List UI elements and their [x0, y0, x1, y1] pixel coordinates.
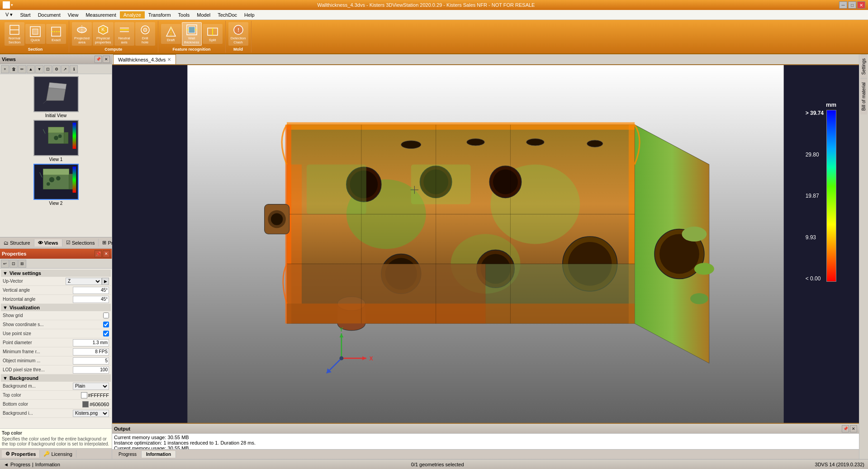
views-panel: Views 📌 ✕ + 🗑 ✏ ▲ ▼ ⊡ ⚙ ↗ ℹ: [0, 54, 112, 249]
tab-structure[interactable]: 🗂 Structure: [0, 239, 34, 246]
neutral-axis-icon: [118, 24, 131, 36]
neutral-axis-label: Neutralaxis: [119, 37, 130, 45]
views-panel-pin[interactable]: 📌: [95, 56, 102, 63]
view-thumb-2: [33, 164, 79, 200]
view-item-1[interactable]: View 1: [2, 120, 110, 162]
prop-use-point-size-checkbox[interactable]: [103, 331, 109, 336]
prop-show-grid-checkbox[interactable]: [103, 313, 109, 318]
maximize-button[interactable]: □: [848, 1, 856, 9]
prop-min-frame-input[interactable]: [73, 348, 109, 355]
prop-point-diameter-input[interactable]: [73, 339, 109, 346]
section-bg-collapse-icon: ▼: [3, 375, 8, 381]
tab-selections[interactable]: ☑ Selections: [62, 239, 99, 246]
props-reset-button[interactable]: ↩: [1, 260, 9, 268]
prop-horizontal-angle-input[interactable]: [73, 296, 109, 303]
menubar-item-view[interactable]: View: [64, 11, 82, 19]
views-copy-button[interactable]: ⊡: [44, 65, 52, 73]
viewport-3d[interactable]: X Y mm > 39.74 29.80 19.87 9.93: [112, 65, 859, 423]
quick-button[interactable]: Quick: [25, 24, 45, 44]
tab-licensing-bottom[interactable]: 🔑 Licensing: [40, 450, 76, 458]
view-item-initial[interactable]: Initial View: [2, 76, 110, 118]
draft-icon: [165, 25, 177, 38]
menubar-item-tools[interactable]: Tools: [175, 11, 194, 19]
svg-point-99: [526, 139, 545, 146]
prop-lod-pixel-input[interactable]: [73, 366, 109, 374]
views-export-button[interactable]: ↗: [61, 65, 69, 73]
menubar-item-measurement[interactable]: Measurement: [82, 11, 119, 19]
tab-wallthickness-close[interactable]: ✕: [167, 57, 171, 62]
prop-obj-minimum-input[interactable]: [73, 357, 109, 365]
props-panel-close[interactable]: ✕: [103, 250, 110, 257]
tab-views[interactable]: 👁 Views: [34, 239, 62, 246]
views-delete-button[interactable]: 🗑: [9, 65, 18, 73]
physical-props-button[interactable]: K Physicalproperties: [93, 22, 114, 46]
prop-up-vector-select[interactable]: Z: [66, 278, 102, 285]
projected-area-button[interactable]: Projectedarea: [72, 22, 92, 46]
views-panel-close[interactable]: ✕: [103, 56, 110, 63]
menubar: V ▾StartDocumentViewMeasurementAnalyzeTr…: [0, 10, 868, 20]
structure-label: Structure: [10, 240, 30, 246]
properties-tab-icon: ⚙: [5, 451, 10, 457]
wall-thickness-icon: [185, 24, 198, 36]
menubar-item-start[interactable]: Start: [16, 11, 34, 19]
tab-wallthickness[interactable]: Wallthickness_4.3dvs ✕: [113, 54, 176, 64]
prop-top-color-value: #FFFFFF: [88, 393, 109, 398]
props-paste-button[interactable]: ⊞: [18, 260, 26, 268]
svg-point-41: [49, 177, 54, 182]
output-panel-close[interactable]: ✕: [850, 425, 857, 432]
titlebar-controls: ─ □ ✕: [839, 1, 865, 9]
settings-panel-tab[interactable]: Settings: [860, 54, 867, 78]
drill-hole-icon: [139, 24, 152, 36]
menubar-item-version[interactable]: V ▾: [2, 11, 16, 19]
props-panel-pin[interactable]: 📌: [95, 250, 102, 257]
draft-button[interactable]: Draft: [161, 24, 181, 44]
normal-section-button[interactable]: NormalSection: [5, 22, 24, 46]
detection-clash-button[interactable]: ! DetectionClash: [228, 22, 248, 46]
minimize-button[interactable]: ─: [839, 1, 847, 9]
svg-rect-33: [54, 136, 58, 140]
views-edit-button[interactable]: ✏: [18, 65, 26, 73]
menubar-item-transform[interactable]: Transform: [145, 11, 175, 19]
neutral-axis-button[interactable]: Neutralaxis: [114, 22, 134, 46]
bom-panel-tab[interactable]: Bill of material: [860, 78, 867, 114]
status-separator: |: [32, 462, 33, 467]
prop-bg-mode-select[interactable]: Plain: [73, 383, 109, 390]
views-settings-button[interactable]: ⚙: [52, 65, 61, 73]
prop-section-visualization[interactable]: ▼ Visualization: [1, 304, 111, 311]
menubar-item-analyze[interactable]: Analyze: [120, 11, 145, 19]
draft-label: Draft: [167, 38, 175, 43]
prop-section-view[interactable]: ▼ View settings: [1, 270, 111, 277]
views-up-button[interactable]: ▲: [27, 65, 35, 73]
svg-text:X: X: [369, 355, 373, 362]
prop-section-background[interactable]: ▼ Background: [1, 374, 111, 382]
menubar-item-techdoc[interactable]: TechDoc: [214, 11, 241, 19]
prop-show-coordinate-checkbox[interactable]: [103, 322, 109, 327]
views-new-button[interactable]: +: [1, 65, 9, 73]
menubar-item-help[interactable]: Help: [241, 11, 258, 19]
section-buttons: NormalSection Quick Exac: [5, 22, 66, 46]
prop-bottom-color-swatch: [82, 401, 89, 407]
drill-hole-button[interactable]: Drillhole: [135, 22, 155, 46]
prop-vertical-angle-input[interactable]: [73, 287, 109, 294]
selections-label: Selections: [72, 240, 95, 246]
props-copy-button[interactable]: ⊡: [9, 260, 18, 268]
prop-bg-image-select[interactable]: Kisters.png: [73, 410, 109, 417]
menubar-item-model[interactable]: Model: [193, 11, 214, 19]
output-panel-pin[interactable]: 📌: [842, 425, 849, 432]
wall-thickness-button[interactable]: Wallthickness: [182, 22, 202, 46]
output-tab-information[interactable]: Information: [142, 451, 176, 458]
view-item-2[interactable]: View 2: [2, 164, 110, 206]
exact-button[interactable]: Exact: [46, 24, 66, 44]
close-button[interactable]: ✕: [857, 1, 865, 9]
view-label-initial: Initial View: [45, 113, 67, 118]
views-down-button[interactable]: ▼: [35, 65, 43, 73]
svg-rect-88: [411, 165, 471, 204]
prop-up-vector-btn[interactable]: ▶: [102, 278, 109, 285]
views-info-button[interactable]: ℹ: [70, 65, 78, 73]
wall-thickness-label: Wallthickness: [184, 37, 199, 45]
split-button[interactable]: Split: [203, 24, 223, 44]
output-tab-progress[interactable]: Progress: [114, 451, 142, 458]
tab-properties-bottom[interactable]: ⚙ Properties: [2, 450, 40, 458]
output-content: Current memory usage: 30.55 MB Instance …: [112, 434, 859, 449]
menubar-item-document[interactable]: Document: [34, 11, 64, 19]
